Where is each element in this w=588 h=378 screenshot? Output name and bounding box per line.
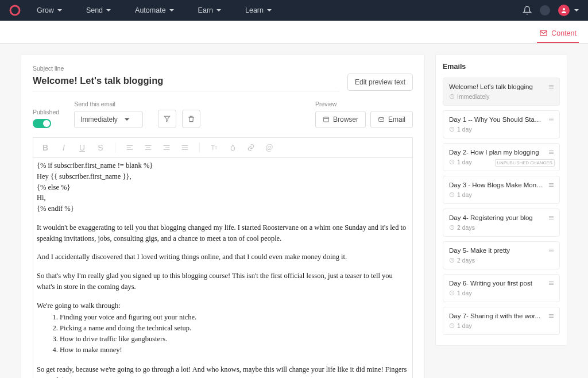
email-card-title: Day 3 - How Blogs Make Money (449, 182, 554, 188)
bold-button[interactable]: B (39, 141, 52, 154)
email-card[interactable]: Welcome! Let's talk bloggingImmediately (443, 78, 560, 106)
drop-icon (229, 144, 237, 152)
preview-email-button[interactable]: Email (370, 111, 413, 128)
drag-handle-icon (548, 149, 555, 156)
align-left-button[interactable] (123, 141, 136, 154)
drag-handle-icon (548, 280, 555, 287)
email-card-delay: Immediately (449, 93, 554, 100)
email-card[interactable]: Day 6- Writing your first post1 day (443, 274, 560, 302)
preview-label: Preview (315, 101, 336, 107)
email-card-title: Day 5- Make it pretty (449, 247, 554, 254)
align-right-icon (163, 144, 171, 152)
email-card-title: Day 6- Writing your first post (449, 280, 554, 287)
drag-handle[interactable] (548, 182, 555, 188)
link-button[interactable] (245, 141, 257, 154)
email-card-title: Day 2- How I plan my blogging (449, 149, 554, 156)
published-toggle[interactable] (33, 119, 51, 128)
drag-handle[interactable] (548, 214, 555, 221)
editor-panel: Subject line Edit preview text Published… (21, 54, 425, 378)
email-card-title: Day 1 -- Why You Should Start... (449, 116, 554, 123)
edit-preview-text-button[interactable]: Edit preview text (347, 74, 413, 91)
clock-icon (449, 225, 455, 230)
preview-browser-button[interactable]: Browser (315, 111, 366, 128)
clock-icon (449, 126, 455, 132)
svg-rect-3 (323, 117, 328, 122)
svg-point-0 (10, 6, 20, 15)
send-timing-label: Send this email (74, 101, 143, 107)
clock-icon (449, 159, 455, 165)
clock-icon (449, 192, 455, 198)
nav-automate[interactable]: Automate (135, 6, 174, 14)
nav-send[interactable]: Send (86, 6, 111, 14)
notifications-icon[interactable] (523, 6, 532, 15)
email-card-title: Day 4- Registering your blog (449, 214, 554, 221)
published-label: Published (33, 109, 59, 115)
account-menu[interactable] (558, 5, 579, 16)
trash-icon (187, 115, 195, 123)
drag-handle-icon (548, 247, 555, 254)
tab-content[interactable]: Content (537, 24, 579, 43)
clock-icon (449, 94, 455, 99)
subject-label: Subject line (33, 65, 413, 72)
drag-handle-icon (548, 313, 555, 319)
align-justify-button[interactable] (179, 141, 191, 154)
drag-handle-icon (548, 182, 555, 188)
email-card-delay: 1 day (449, 290, 554, 296)
status-circle-icon[interactable] (540, 5, 550, 16)
drag-handle[interactable] (548, 280, 555, 287)
editor-toolbar: B I U S TT @ (33, 137, 413, 157)
drag-handle[interactable] (548, 116, 555, 123)
email-card[interactable]: Day 4- Registering your blog2 days (443, 209, 560, 237)
mention-button[interactable]: @ (263, 141, 276, 154)
mail-icon (378, 116, 385, 123)
drag-handle-icon (548, 214, 555, 221)
email-card[interactable]: Day 3 - How Blogs Make Money1 day (443, 176, 560, 204)
drag-handle-icon (548, 83, 555, 90)
top-nav: Grow Send Automate Earn Learn (0, 0, 588, 21)
align-justify-icon (181, 144, 189, 152)
clock-icon (449, 257, 455, 263)
color-button[interactable] (226, 141, 239, 154)
sub-toolbar: Content (0, 21, 588, 44)
send-timing-select[interactable]: Immediately (74, 111, 143, 128)
sidebar-title: Emails (443, 63, 560, 71)
clock-icon (449, 323, 455, 329)
nav-grow[interactable]: Grow (37, 6, 62, 14)
email-card-delay: 1 day (449, 126, 554, 133)
nav-earn[interactable]: Earn (198, 6, 221, 14)
email-card-delay: 1 day (449, 322, 554, 329)
drag-handle[interactable] (548, 313, 555, 319)
unpublished-badge: UNPUBLISHED CHANGES (495, 159, 555, 167)
email-card[interactable]: Day 1 -- Why You Should Start...1 day (443, 110, 560, 138)
align-center-button[interactable] (142, 141, 154, 154)
align-center-icon (144, 144, 152, 152)
email-card[interactable]: Day 5- Make it pretty2 days (443, 241, 560, 269)
align-right-button[interactable] (160, 141, 173, 154)
email-card-title: Day 7- Sharing it with the wor... (449, 313, 554, 319)
funnel-icon (163, 115, 171, 123)
underline-button[interactable]: U (76, 141, 88, 154)
delete-button[interactable] (182, 110, 200, 128)
email-card-delay: 2 days (449, 257, 554, 264)
emails-sidebar: Emails Welcome! Let's talk bloggingImmed… (435, 54, 567, 346)
send-timing-value: Immediately (80, 115, 118, 124)
email-card-delay: 1 day (449, 191, 554, 198)
subject-input[interactable] (33, 73, 339, 91)
editor-body[interactable]: {% if subscriber.first_name != blank %} … (33, 157, 413, 378)
italic-button[interactable]: I (57, 141, 70, 154)
nav-learn[interactable]: Learn (245, 6, 272, 14)
email-card[interactable]: Day 7- Sharing it with the wor...1 day (443, 307, 560, 335)
email-card-delay: 2 days (449, 224, 554, 231)
preview-browser-label: Browser (333, 115, 358, 124)
brand-logo[interactable] (9, 5, 21, 16)
text-size-button[interactable]: TT (208, 141, 220, 154)
email-card[interactable]: Day 2- How I plan my blogging1 dayUNPUBL… (443, 143, 560, 171)
drag-handle[interactable] (548, 83, 555, 90)
email-card-title: Welcome! Let's talk blogging (449, 83, 554, 90)
strike-button[interactable]: S (94, 141, 107, 154)
nav-items: Grow Send Automate Earn Learn (37, 6, 272, 14)
svg-point-1 (563, 8, 565, 10)
filter-button[interactable] (158, 110, 176, 128)
drag-handle[interactable] (548, 247, 555, 254)
drag-handle[interactable] (548, 149, 555, 156)
